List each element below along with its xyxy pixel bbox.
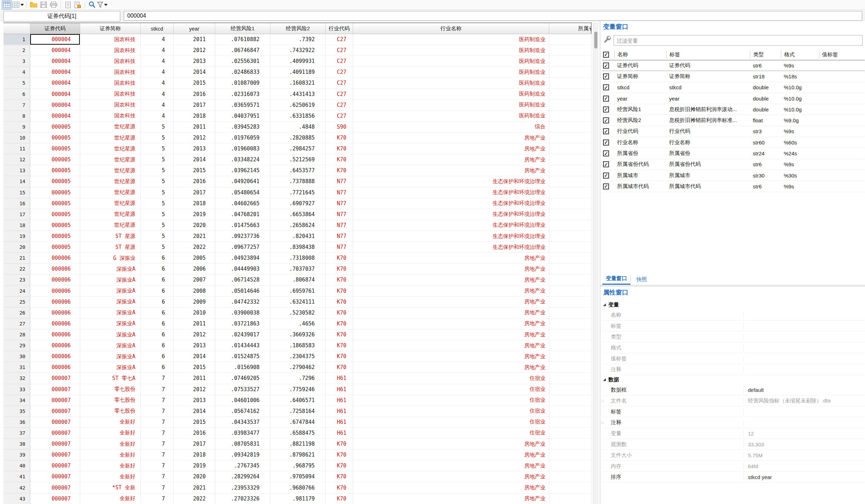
data-cell[interactable]: 世纪星源 <box>80 143 141 154</box>
data-cell[interactable]: 7 <box>141 482 174 493</box>
data-cell[interactable] <box>549 67 591 78</box>
data-cell[interactable]: 深振业A <box>80 329 141 340</box>
row-number-cell[interactable]: 23 <box>4 274 30 285</box>
property-row[interactable]: 标签 <box>602 321 865 331</box>
data-cell[interactable]: 000007 <box>30 450 80 460</box>
data-cell[interactable]: K70 <box>326 362 353 373</box>
row-number-cell[interactable]: 28 <box>4 329 30 340</box>
data-cell[interactable]: 6 <box>141 340 174 351</box>
data-cell[interactable]: .6324111 <box>270 297 326 308</box>
data-cell[interactable]: 全新好 <box>80 471 141 482</box>
data-cell[interactable]: 世纪星源 <box>80 209 141 220</box>
data-cell[interactable]: 房地产业 <box>353 253 549 264</box>
data-cell[interactable]: 2011 <box>174 122 215 133</box>
row-number-cell[interactable]: 34 <box>4 395 30 406</box>
data-cell[interactable]: 房地产业 <box>353 308 549 318</box>
data-cell[interactable]: 医药制造业 <box>353 89 549 100</box>
data-cell[interactable] <box>549 198 591 209</box>
variable-checkbox-cell[interactable]: ✓ <box>602 96 614 102</box>
data-cell[interactable]: 房地产业 <box>353 165 549 176</box>
data-cell[interactable]: 综合 <box>353 122 549 133</box>
data-cell[interactable]: 房地产业 <box>353 154 549 165</box>
data-cell[interactable]: 000005 <box>30 133 80 143</box>
data-cell[interactable]: .03659571 <box>215 100 270 111</box>
data-cell[interactable]: C27 <box>326 78 353 89</box>
row-number-cell[interactable]: 13 <box>4 165 30 176</box>
data-cell[interactable]: .6453577 <box>270 165 326 176</box>
variable-row[interactable]: ✓所属城市所属城市str30%30s <box>602 170 865 181</box>
data-cell[interactable]: .05480654 <box>215 187 270 198</box>
data-cell[interactable]: .04742332 <box>215 297 270 308</box>
data-cell[interactable]: 房地产业 <box>353 351 549 362</box>
data-cell[interactable] <box>549 165 591 176</box>
data-cell[interactable]: .981179 <box>270 493 326 504</box>
data-cell[interactable]: .4431413 <box>270 89 326 100</box>
data-cell[interactable]: .07469205 <box>215 373 270 384</box>
data-cell[interactable]: 7 <box>141 406 174 417</box>
data-cell[interactable]: 4 <box>141 56 174 67</box>
data-cell[interactable]: 全新好 <box>80 493 141 504</box>
data-cell[interactable] <box>549 460 591 471</box>
data-cell[interactable]: .2790462 <box>270 362 326 373</box>
row-number-cell[interactable]: 12 <box>4 154 30 165</box>
data-cell[interactable]: .04037951 <box>215 111 270 122</box>
copy-doc-button[interactable] <box>63 1 72 9</box>
data-cell[interactable]: 国农科技 <box>80 89 141 100</box>
data-cell[interactable]: .5230582 <box>270 308 326 318</box>
data-cell[interactable]: 2017 <box>174 439 215 450</box>
data-cell[interactable]: .6747844 <box>270 417 326 428</box>
data-cell[interactable] <box>549 253 591 264</box>
row-number-cell[interactable]: 11 <box>4 143 30 154</box>
property-section-header[interactable]: 数据 <box>602 375 865 385</box>
row-number-cell[interactable]: 29 <box>4 340 30 351</box>
row-number-cell[interactable]: 14 <box>4 176 30 187</box>
row-number-cell[interactable]: 16 <box>4 198 30 209</box>
data-cell[interactable]: 000004 <box>30 34 80 45</box>
data-cell[interactable]: .04923894 <box>215 253 270 264</box>
data-cell[interactable]: 6 <box>141 308 174 318</box>
data-cell[interactable]: .4656 <box>270 318 326 329</box>
data-cell[interactable]: 4 <box>141 78 174 89</box>
data-cell[interactable]: 医药制造业 <box>353 100 549 111</box>
data-cell[interactable]: .01434443 <box>215 340 270 351</box>
data-cell[interactable]: 5 <box>141 143 174 154</box>
data-cell[interactable]: .7037037 <box>270 264 326 274</box>
checkbox-checked-icon[interactable]: ✓ <box>603 140 609 146</box>
data-cell[interactable]: 国农科技 <box>80 67 141 78</box>
column-header-9[interactable]: 所属省份 <box>549 23 591 34</box>
data-cell[interactable]: 6 <box>141 362 174 373</box>
data-cell[interactable]: 7 <box>141 439 174 450</box>
data-cell[interactable]: K70 <box>326 133 353 143</box>
data-cell[interactable]: 世纪星源 <box>80 198 141 209</box>
row-number-cell[interactable]: 7 <box>4 100 30 111</box>
column-header-7[interactable]: 行业代码 <box>326 23 353 34</box>
tab-variables[interactable]: 变量窗口 <box>602 273 630 285</box>
data-cell[interactable]: 000007 <box>30 373 80 384</box>
data-cell[interactable]: .8798621 <box>270 450 326 460</box>
checkbox-checked-icon[interactable]: ✓ <box>603 96 609 102</box>
property-row[interactable]: 变量12 <box>602 428 865 439</box>
data-cell[interactable]: 房地产业 <box>353 482 549 493</box>
data-cell[interactable]: 生态保护和环境治理业 <box>353 198 549 209</box>
data-cell[interactable]: 000005 <box>30 154 80 165</box>
data-cell[interactable] <box>549 439 591 450</box>
data-cell[interactable]: C27 <box>326 45 353 56</box>
data-cell[interactable]: .820431 <box>270 231 326 242</box>
data-cell[interactable]: .02486833 <box>215 67 270 78</box>
data-cell[interactable]: .7258164 <box>270 406 326 417</box>
data-cell[interactable]: 世纪星源 <box>80 187 141 198</box>
data-cell[interactable]: 2012 <box>174 133 215 143</box>
checkbox-checked-icon[interactable]: ✓ <box>603 173 609 179</box>
data-cell[interactable]: .2984257 <box>270 143 326 154</box>
property-row[interactable]: 内存64M <box>602 461 865 472</box>
row-number-cell[interactable]: 32 <box>4 373 30 384</box>
data-cell[interactable] <box>549 274 591 285</box>
data-cell[interactable]: 2011 <box>174 34 215 45</box>
data-cell[interactable]: .01087009 <box>215 78 270 89</box>
data-cell[interactable]: .7318008 <box>270 253 326 264</box>
data-cell[interactable]: 2022 <box>174 242 215 253</box>
column-header-2[interactable]: 证券简称 <box>80 23 141 34</box>
variables-header-4[interactable]: 格式 <box>781 51 819 58</box>
row-number-cell[interactable]: 38 <box>4 439 30 450</box>
row-number-cell[interactable]: 39 <box>4 450 30 460</box>
